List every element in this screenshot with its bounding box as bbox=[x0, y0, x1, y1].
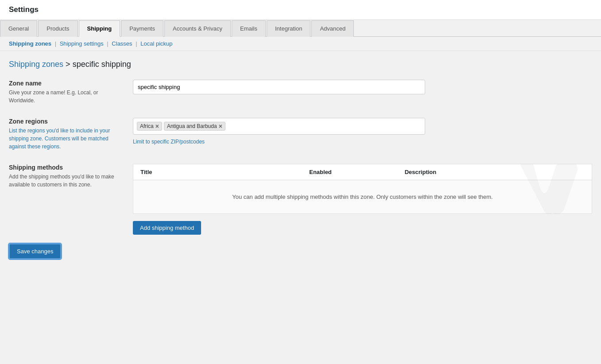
shipping-methods-label-col: Shipping methods Add the shipping method… bbox=[9, 164, 124, 235]
table-empty-row: You can add multiple shipping methods wi… bbox=[133, 180, 592, 214]
add-shipping-method-button[interactable]: Add shipping method bbox=[133, 221, 201, 235]
tab-integration[interactable]: Integration bbox=[267, 20, 310, 37]
zone-name-desc: Give your zone a name! E.g. Local, or Wo… bbox=[9, 89, 124, 105]
tab-general[interactable]: General bbox=[0, 20, 37, 37]
subnav-local-pickup[interactable]: Local pickup bbox=[140, 40, 172, 47]
tag-africa-label: Africa bbox=[140, 123, 154, 129]
save-container: Save changes bbox=[9, 235, 592, 259]
limit-to-zip-link[interactable]: Limit to specific ZIP/postcodes bbox=[133, 139, 205, 145]
breadcrumb-separator: > bbox=[66, 60, 73, 69]
tag-africa: Africa × bbox=[137, 122, 162, 131]
add-method-container: Add shipping method bbox=[133, 214, 592, 235]
save-changes-button[interactable]: Save changes bbox=[9, 244, 61, 259]
breadcrumb-link[interactable]: Shipping zones bbox=[9, 60, 63, 69]
tab-emails[interactable]: Emails bbox=[232, 20, 266, 37]
subnav-shipping-settings[interactable]: Shipping settings bbox=[60, 40, 104, 47]
shipping-methods-table-wrapper: Title Enabled Description You can add mu… bbox=[133, 164, 592, 214]
tab-shipping[interactable]: Shipping bbox=[79, 20, 120, 37]
page-header: Settings bbox=[0, 0, 601, 20]
zone-regions-tags-input[interactable]: Africa × Antigua and Barbuda × bbox=[133, 118, 425, 135]
subnav-classes[interactable]: Classes bbox=[112, 40, 132, 47]
tag-africa-remove[interactable]: × bbox=[155, 123, 159, 129]
shipping-methods-table: Title Enabled Description You can add mu… bbox=[133, 164, 592, 214]
zone-regions-field-col: Africa × Antigua and Barbuda × Limit to … bbox=[133, 118, 592, 151]
zone-name-section: Zone name Give your zone a name! E.g. Lo… bbox=[9, 80, 592, 105]
col-title: Title bbox=[133, 164, 244, 180]
table-empty-message: You can add multiple shipping methods wi… bbox=[133, 180, 592, 214]
zone-name-label-col: Zone name Give your zone a name! E.g. Lo… bbox=[9, 80, 124, 105]
tab-payments[interactable]: Payments bbox=[121, 20, 163, 37]
breadcrumb-current: specific shipping bbox=[73, 60, 131, 69]
shipping-methods-title: Shipping methods bbox=[9, 164, 124, 171]
tag-antigua-barbuda: Antigua and Barbuda × bbox=[164, 122, 225, 131]
main-content: Shipping zones > specific shipping Zone … bbox=[0, 51, 601, 268]
zone-regions-desc: List the regions you'd like to include i… bbox=[9, 127, 124, 151]
zone-regions-title: Zone regions bbox=[9, 118, 124, 125]
page-title: Settings bbox=[9, 5, 39, 14]
col-enabled: Enabled bbox=[243, 164, 397, 180]
subnav-shipping-zones[interactable]: Shipping zones bbox=[9, 40, 51, 47]
tab-accounts-privacy[interactable]: Accounts & Privacy bbox=[164, 20, 231, 37]
zone-regions-label-col: Zone regions List the regions you'd like… bbox=[9, 118, 124, 151]
zone-name-input[interactable] bbox=[133, 80, 425, 94]
zone-regions-section: Zone regions List the regions you'd like… bbox=[9, 118, 592, 151]
tabs-bar: General Products Shipping Payments Accou… bbox=[0, 20, 601, 37]
tab-products[interactable]: Products bbox=[38, 20, 78, 37]
zone-name-title: Zone name bbox=[9, 80, 124, 87]
tab-advanced[interactable]: Advanced bbox=[311, 20, 354, 37]
tag-antigua-barbuda-remove[interactable]: × bbox=[219, 123, 222, 129]
subnav: Shipping zones | Shipping settings | Cla… bbox=[0, 37, 601, 51]
shipping-methods-section: Shipping methods Add the shipping method… bbox=[9, 164, 592, 235]
col-description: Description bbox=[398, 164, 592, 180]
shipping-methods-field-col: Title Enabled Description You can add mu… bbox=[133, 164, 592, 235]
zone-name-field-col bbox=[133, 80, 592, 105]
tag-antigua-barbuda-label: Antigua and Barbuda bbox=[167, 123, 217, 129]
breadcrumb: Shipping zones > specific shipping bbox=[9, 60, 592, 69]
table-header: Title Enabled Description bbox=[133, 164, 592, 180]
limit-link-container: Limit to specific ZIP/postcodes bbox=[133, 138, 205, 145]
shipping-methods-desc: Add the shipping methods you'd like to m… bbox=[9, 173, 124, 189]
